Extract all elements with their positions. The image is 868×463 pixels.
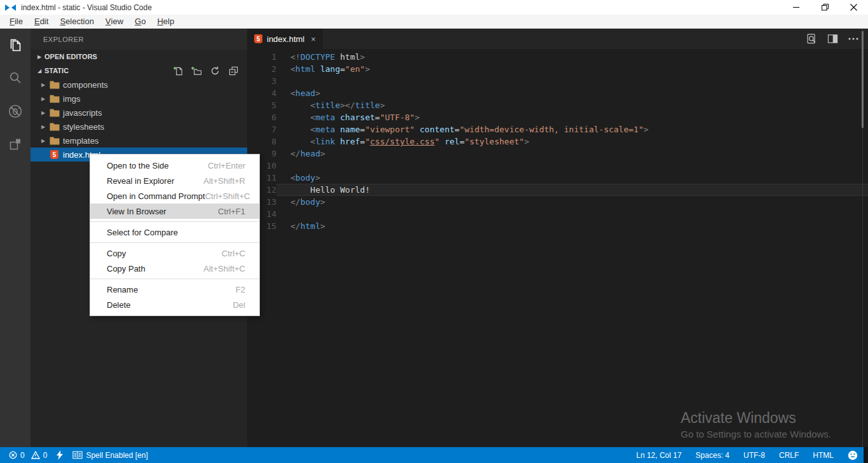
code-line-8[interactable]: 8 <link href="css/style.css" rel="styles… xyxy=(247,135,868,148)
window-controls xyxy=(782,0,868,15)
context-menu-item-select-for-compare[interactable]: Select for Compare xyxy=(90,225,259,240)
line-content: <!DOCTYPE html> xyxy=(276,51,868,63)
code-line-13[interactable]: 13</body> xyxy=(247,196,868,208)
open-editors-section[interactable]: ▶ OPEN EDITORS xyxy=(31,50,247,64)
context-menu-item-delete[interactable]: DeleteDel xyxy=(90,297,259,312)
status-utf-8[interactable]: UTF-8 xyxy=(743,451,765,460)
editor-scrollbar-thumb[interactable] xyxy=(862,31,864,128)
status-left: 0 0 Spell Enabled [en] xyxy=(0,450,148,460)
chevron-right-icon: ▶ xyxy=(39,82,47,88)
html5-file-icon: 5 xyxy=(49,150,60,160)
context-menu-label: Open to the Side xyxy=(107,161,208,170)
spell-checker-status[interactable]: Spell Enabled [en] xyxy=(72,451,147,460)
status-spaces-4[interactable]: Spaces: 4 xyxy=(696,451,729,460)
line-content: <meta name="viewport" content="width=dev… xyxy=(276,123,868,135)
tree-item-templates[interactable]: ▶templates xyxy=(31,134,247,148)
code-line-11[interactable]: 11<body> xyxy=(247,172,868,184)
file-tree: ▶components▶imgs▶javascripts▶stylesheets… xyxy=(31,78,247,162)
code-line-15[interactable]: 15</html> xyxy=(247,220,868,232)
spell-status-label: Spell Enabled [en] xyxy=(86,451,147,460)
chevron-right-icon: ▶ xyxy=(39,96,47,102)
debug-disabled-icon[interactable] xyxy=(0,95,31,128)
open-editors-label: OPEN EDITORS xyxy=(44,53,97,60)
code-line-5[interactable]: 5 <title></title> xyxy=(247,99,868,111)
chevron-down-icon: ◢ xyxy=(34,68,44,74)
menu-file[interactable]: File xyxy=(4,15,29,28)
code-line-14[interactable]: 14 xyxy=(247,208,868,220)
menu-help[interactable]: Help xyxy=(151,15,180,28)
line-number: 5 xyxy=(247,99,276,111)
static-folder-label: STATIC xyxy=(44,67,69,74)
problems-indicator[interactable]: 0 0 xyxy=(9,451,47,460)
status-corner xyxy=(864,447,868,463)
menu-view[interactable]: View xyxy=(100,15,129,28)
close-button[interactable] xyxy=(839,0,868,15)
tab-index-html[interactable]: 5 index.html × xyxy=(247,29,323,49)
context-menu-label: Copy xyxy=(107,249,222,258)
code-line-4[interactable]: 4<head> xyxy=(247,87,868,99)
tree-item-label: javascripts xyxy=(63,108,102,118)
explorer-toolbar xyxy=(173,66,247,76)
menu-go[interactable]: Go xyxy=(129,15,151,28)
code-line-12[interactable]: 12 Hello World! xyxy=(247,184,868,196)
line-content: </html> xyxy=(276,220,868,232)
status-crlf[interactable]: CRLF xyxy=(779,451,799,460)
code-line-6[interactable]: 6 <meta charset="UTF-8"> xyxy=(247,111,868,123)
restore-button[interactable] xyxy=(811,0,839,15)
context-menu-item-reveal-in-explorer[interactable]: Reveal in ExplorerAlt+Shift+R xyxy=(90,173,259,188)
extensions-icon[interactable] xyxy=(0,128,31,161)
context-menu-item-rename[interactable]: RenameF2 xyxy=(90,282,259,297)
search-icon[interactable] xyxy=(0,62,31,95)
minimize-button[interactable] xyxy=(782,0,811,15)
line-number: 2 xyxy=(247,63,276,75)
collapse-all-icon[interactable] xyxy=(228,66,238,76)
chevron-right-icon: ▶ xyxy=(39,138,47,144)
code-line-10[interactable]: 10 xyxy=(247,160,868,172)
tree-item-imgs[interactable]: ▶imgs xyxy=(31,92,247,106)
code-line-3[interactable]: 3 xyxy=(247,75,868,87)
code-line-7[interactable]: 7 <meta name="viewport" content="width=d… xyxy=(247,123,868,135)
tree-item-components[interactable]: ▶components xyxy=(31,78,247,92)
static-folder-section[interactable]: ◢ STATIC xyxy=(31,64,247,78)
context-menu-item-copy-path[interactable]: Copy PathAlt+Shift+C xyxy=(90,261,259,276)
context-menu-item-view-in-browser[interactable]: View In BrowserCtrl+F1 xyxy=(90,204,259,219)
context-menu-item-open-in-command-prompt[interactable]: Open in Command PromptCtrl+Shift+C xyxy=(90,188,259,204)
preview-icon[interactable] xyxy=(806,33,817,45)
status-html[interactable]: HTML xyxy=(813,451,834,460)
code-editor[interactable]: 1<!DOCTYPE html>2<html lang="en">34<head… xyxy=(247,49,868,447)
line-content: <link href="css/style.css" rel="styleshe… xyxy=(276,135,868,148)
more-actions-icon[interactable] xyxy=(848,33,859,45)
context-menu-shortcut: Del xyxy=(233,300,245,310)
chevron-right-icon: ▶ xyxy=(39,124,47,130)
context-menu-shortcut: Alt+Shift+R xyxy=(203,176,245,186)
line-content: <body> xyxy=(276,172,868,184)
explorer-icon[interactable] xyxy=(0,29,31,62)
status-ln-12-col-17[interactable]: Ln 12, Col 17 xyxy=(636,451,681,460)
code-line-2[interactable]: 2<html lang="en"> xyxy=(247,63,868,75)
new-folder-icon[interactable] xyxy=(191,66,201,76)
lightning-icon[interactable] xyxy=(56,450,64,460)
status-right: Ln 12, Col 17Spaces: 4UTF-8CRLFHTML xyxy=(636,450,868,460)
code-line-1[interactable]: 1<!DOCTYPE html> xyxy=(247,51,868,63)
tree-item-label: imgs xyxy=(63,94,80,104)
sidebar-title: EXPLORER xyxy=(31,29,247,50)
refresh-icon[interactable] xyxy=(210,66,220,76)
title-bar: index.html - static - Visual Studio Code xyxy=(0,0,868,15)
line-number: 1 xyxy=(247,51,276,63)
tab-close-icon[interactable]: × xyxy=(311,34,316,44)
tab-bar: 5 index.html × xyxy=(247,29,868,49)
context-menu-item-open-to-the-side[interactable]: Open to the SideCtrl+Enter xyxy=(90,158,259,173)
menu-edit[interactable]: Edit xyxy=(29,15,54,28)
split-editor-icon[interactable] xyxy=(827,33,838,45)
feedback-smiley-icon[interactable] xyxy=(848,450,858,460)
code-line-9[interactable]: 9</head> xyxy=(247,148,868,160)
context-menu-label: Delete xyxy=(107,300,233,310)
menu-selection[interactable]: Selection xyxy=(54,15,99,28)
line-content: <head> xyxy=(276,87,868,99)
html5-file-icon: 5 xyxy=(254,34,262,43)
context-menu-item-copy[interactable]: CopyCtrl+C xyxy=(90,245,259,261)
tree-item-stylesheets[interactable]: ▶stylesheets xyxy=(31,120,247,134)
line-content: </body> xyxy=(276,196,868,208)
tree-item-javascripts[interactable]: ▶javascripts xyxy=(31,106,247,120)
new-file-icon[interactable] xyxy=(173,66,183,76)
